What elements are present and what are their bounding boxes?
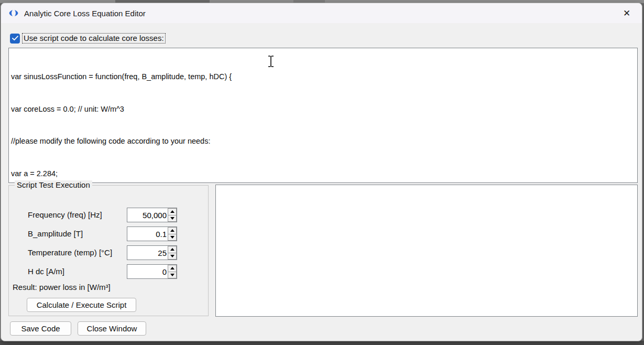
frequency-label: Frequency (freq) [Hz] (28, 210, 102, 219)
close-window-icon[interactable]: ✕ (617, 5, 637, 21)
temperature-label: Temperature (temp) [°C] (28, 248, 112, 257)
arrow-down-icon (170, 217, 174, 220)
use-script-checkbox-label[interactable]: Use script code to calculate core losses… (22, 33, 166, 44)
checkbox-checked-icon[interactable] (10, 34, 20, 44)
script-code-editor[interactable]: var sinusLossFunction = function(freq, B… (8, 48, 638, 183)
frequency-row: Frequency (freq) [Hz] 50,000 (9, 208, 208, 222)
b-amplitude-spinbox[interactable]: 0.1 (127, 227, 177, 241)
hdc-spin-down-button[interactable] (168, 272, 177, 279)
code-line: //please modify the following code accor… (11, 136, 637, 147)
b-amplitude-spin-down-button[interactable] (168, 234, 177, 241)
hdc-label: H dc [A/m] (28, 267, 64, 276)
app-logo-icon (8, 9, 19, 17)
frequency-spinbox[interactable]: 50,000 (127, 208, 177, 222)
arrow-up-icon (170, 210, 174, 213)
b-amplitude-spin-up-button[interactable] (168, 227, 177, 234)
core-loss-editor-dialog: Analytic Core Loss Equation Editor ✕ Use… (1, 3, 642, 341)
save-code-button[interactable]: Save Code (10, 321, 71, 336)
code-line: var sinusLossFunction = function(freq, B… (11, 71, 637, 82)
temperature-row: Temperature (temp) [°C] 25 (9, 245, 208, 260)
hdc-spinbox[interactable]: 0 (127, 264, 177, 279)
b-amplitude-row: B_amplitude [T] 0.1 (9, 227, 208, 241)
title-bar[interactable]: Analytic Core Loss Equation Editor ✕ (1, 3, 642, 23)
background-window-strip-bottom (0, 341, 644, 345)
window-title: Analytic Core Loss Equation Editor (24, 9, 146, 18)
arrow-down-icon (170, 274, 174, 276)
footer-buttons: Save Code Close Window (10, 321, 146, 336)
frequency-spin-down-button[interactable] (168, 215, 177, 222)
arrow-up-icon (170, 229, 174, 232)
groupbox-legend: Script Test Execution (15, 180, 92, 189)
b-amplitude-label: B_amplitude [T] (28, 229, 83, 238)
frequency-spin-up-button[interactable] (168, 208, 177, 215)
arrow-down-icon (170, 255, 174, 257)
calculate-execute-button[interactable]: Calculate / Execute Script (27, 298, 136, 312)
hdc-row: H dc [A/m] 0 (9, 264, 208, 279)
code-line: var a = 2.284; (11, 168, 637, 179)
arrow-up-icon (170, 248, 174, 251)
script-test-execution-group: Script Test Execution Frequency (freq) [… (8, 185, 209, 316)
arrow-up-icon (170, 267, 174, 269)
frequency-value[interactable]: 50,000 (127, 208, 168, 222)
b-amplitude-value[interactable]: 0.1 (127, 227, 168, 241)
arrow-down-icon (170, 236, 174, 239)
script-output-panel[interactable] (215, 185, 638, 317)
hdc-value[interactable]: 0 (127, 265, 168, 278)
use-script-checkbox-row[interactable]: Use script code to calculate core losses… (10, 33, 166, 44)
temperature-spinbox[interactable]: 25 (127, 245, 177, 260)
hdc-spin-up-button[interactable] (168, 265, 177, 272)
code-line: var coreLoss = 0.0; // unit: W/m^3 (11, 104, 637, 115)
temperature-value[interactable]: 25 (127, 246, 168, 260)
temperature-spin-up-button[interactable] (168, 246, 177, 253)
temperature-spin-down-button[interactable] (168, 253, 177, 260)
result-label: Result: power loss in [W/m³] (13, 283, 111, 292)
close-window-button[interactable]: Close Window (78, 321, 146, 336)
